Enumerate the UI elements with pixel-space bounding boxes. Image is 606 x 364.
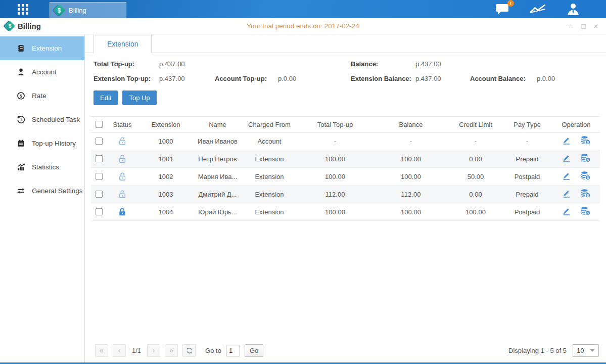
extension-balance-label: Extension Balance: [351, 75, 415, 82]
lock-status-icon [117, 190, 127, 197]
account-balance-value: p.0.00 [537, 75, 606, 82]
cell-total-topup: 100.00 [298, 150, 372, 168]
cell-pay-type: Prepaid [502, 150, 552, 168]
cell-credit-limit: 100.00 [449, 203, 502, 221]
cell-pay-type: - [502, 132, 552, 150]
extension-balance-value: p.437.00 [415, 75, 470, 82]
sidebar-item-general-settings[interactable]: General Settings [0, 179, 84, 203]
lock-status-icon [117, 207, 127, 215]
row-checkbox[interactable] [96, 138, 103, 145]
top-bar: $ Billing ! [0, 0, 606, 18]
goto-page-input[interactable] [226, 345, 240, 356]
app-tab-billing[interactable]: $ Billing [50, 2, 126, 18]
table-footer: « ‹ 1/1 › » Go to Go Displaying 1 - 5 of… [85, 343, 606, 362]
last-page-button[interactable]: » [165, 344, 178, 357]
balance-value: p.437.00 [415, 60, 470, 68]
topup-row-icon[interactable] [580, 206, 591, 217]
table-row: 1004 Юрий Юрь... Extension 100.00 100.00… [91, 203, 600, 221]
cell-extension: 1000 [137, 132, 194, 150]
user-account-icon[interactable] [566, 3, 581, 16]
account-balance-label: Account Balance: [470, 75, 537, 82]
main-panel: Extension Total Top-up: p.437.00 Balance… [85, 34, 606, 362]
cell-balance: 100.00 [372, 203, 449, 221]
app-tab-label: Billing [69, 7, 86, 14]
sidebar-item-label: Statistics [32, 163, 59, 171]
col-extension: Extension [137, 117, 194, 132]
cell-extension: 1001 [137, 150, 194, 168]
reports-chart-icon[interactable] [529, 3, 546, 15]
topup-row-icon[interactable] [580, 189, 591, 200]
page-size-value: 10 [577, 347, 584, 354]
edit-button[interactable]: Edit [94, 90, 118, 105]
sidebar-item-extension[interactable]: Extension [0, 36, 84, 60]
prev-page-button[interactable]: ‹ [113, 344, 126, 357]
cell-balance: 100.00 [372, 168, 449, 186]
messages-icon[interactable]: ! [495, 3, 510, 15]
col-operation: Operation [552, 117, 600, 132]
edit-row-icon[interactable] [562, 171, 571, 182]
sidebar-item-label: Top-up History [32, 140, 76, 147]
extension-table: Status Extension Name Charged From Total… [91, 116, 600, 221]
maximize-button[interactable]: □ [581, 23, 585, 30]
go-button[interactable]: Go [245, 344, 263, 357]
cell-pay-type: Postpaid [502, 168, 552, 186]
sidebar-item-statistics[interactable]: Statistics [0, 155, 84, 179]
tab-extension[interactable]: Extension [94, 35, 152, 53]
notification-badge: ! [507, 0, 514, 7]
sidebar-item-scheduled-task[interactable]: Scheduled Task [0, 108, 84, 131]
balance-summary: Total Top-up: p.437.00 Balance: p.437.00… [85, 53, 606, 82]
col-name: Name [194, 117, 241, 132]
lock-status-icon [117, 154, 127, 162]
row-checkbox[interactable] [96, 155, 103, 162]
cell-extension: 1004 [137, 203, 194, 221]
edit-row-icon[interactable] [562, 153, 571, 164]
cell-charged-from: Extension [241, 150, 298, 168]
topup-row-icon[interactable] [580, 135, 591, 147]
close-button[interactable]: × [594, 23, 598, 30]
next-page-button[interactable]: › [147, 344, 160, 357]
sidebar-item-topup-history[interactable]: Top-up History [0, 131, 84, 155]
page-size-select[interactable]: 10 [573, 344, 599, 357]
cell-total-topup: 112.00 [298, 186, 372, 203]
topup-row-icon[interactable] [580, 153, 591, 164]
app-grid-menu-icon[interactable] [18, 4, 28, 15]
cell-name: Петр Петров [194, 150, 241, 168]
sidebar: Extension Account Rate Scheduled Task To… [0, 34, 85, 362]
first-page-button[interactable]: « [95, 344, 108, 357]
refresh-button[interactable] [182, 344, 196, 357]
displaying-count: Displaying 1 - 5 of 5 [508, 347, 567, 354]
cell-credit-limit: 0.00 [449, 150, 502, 168]
account-topup-label: Account Top-up: [215, 75, 278, 82]
cell-extension: 1003 [137, 186, 194, 203]
cell-name: Мария Ива... [194, 168, 241, 186]
billing-title-icon: $ [5, 21, 15, 31]
minimize-button[interactable]: – [570, 23, 574, 30]
edit-row-icon[interactable] [562, 135, 571, 147]
edit-row-icon[interactable] [562, 189, 571, 200]
cell-credit-limit: 0.00 [449, 186, 502, 203]
sidebar-item-account[interactable]: Account [0, 60, 84, 84]
table-header-row: Status Extension Name Charged From Total… [91, 117, 600, 132]
sidebar-item-label: Rate [32, 92, 46, 100]
row-checkbox[interactable] [96, 191, 103, 198]
col-charged-from: Charged From [241, 117, 298, 132]
table-row: 1001 Петр Петров Extension 100.00 100.00… [91, 150, 600, 168]
topup-row-icon[interactable] [580, 171, 591, 182]
cell-charged-from: Extension [241, 186, 298, 203]
edit-row-icon[interactable] [562, 206, 571, 217]
extension-topup-value: p.437.00 [159, 75, 215, 82]
select-all-checkbox[interactable] [96, 121, 103, 128]
cell-name: Юрий Юрь... [194, 203, 241, 221]
table-row: 1002 Мария Ива... Extension 100.00 100.0… [91, 168, 600, 186]
table-row: 1000 Иван Иванов Account - - - - [91, 132, 600, 150]
col-status: Status [107, 117, 137, 132]
cell-total-topup: 100.00 [298, 203, 372, 221]
top-up-button[interactable]: Top Up [122, 90, 156, 105]
sidebar-item-rate[interactable]: Rate [0, 84, 84, 108]
total-topup-value: p.437.00 [159, 60, 215, 68]
cell-balance: - [372, 132, 449, 150]
cell-charged-from: Extension [241, 203, 298, 221]
sidebar-item-label: Scheduled Task [32, 116, 80, 123]
row-checkbox[interactable] [96, 208, 103, 215]
row-checkbox[interactable] [96, 173, 103, 180]
